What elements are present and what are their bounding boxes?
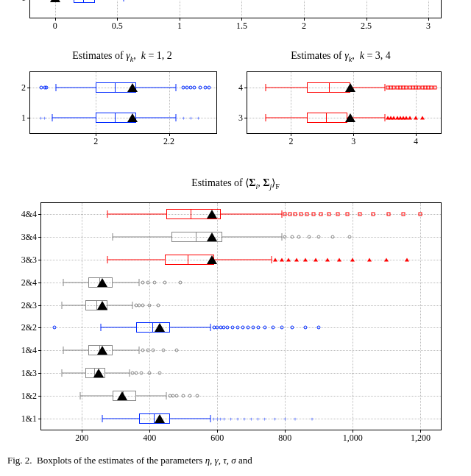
outlier-point	[146, 280, 149, 284]
outlier-point	[141, 303, 145, 307]
outlier-point	[312, 213, 316, 216]
outlier-point	[294, 213, 297, 216]
true-value-marker	[207, 232, 217, 241]
outlier-point	[236, 326, 239, 330]
y-category-label: 3&3	[21, 255, 37, 266]
outlier-point	[156, 303, 160, 307]
y-category-label: 1&2	[21, 390, 37, 401]
figure-caption: Fig. 2. Boxplots of the estimates of the…	[7, 455, 464, 466]
outlier-point	[325, 258, 330, 262]
true-value-marker	[207, 255, 217, 264]
x-tick: 2.2	[151, 136, 188, 147]
outlier-point	[280, 258, 284, 262]
y-category-label: 3	[238, 113, 243, 124]
outlier-point	[290, 235, 294, 239]
outlier-point	[300, 213, 303, 216]
outlier-point	[314, 258, 318, 262]
outlier-point	[420, 116, 425, 120]
outlier-point	[280, 326, 283, 330]
x-tick: 200	[63, 433, 100, 444]
outlier-point	[246, 326, 249, 330]
outlier-point	[283, 213, 287, 216]
outlier-point	[158, 372, 162, 375]
outlier-point: +	[229, 416, 233, 420]
x-tick: 2	[77, 136, 114, 147]
outlier-point	[198, 85, 202, 89]
outlier-point	[319, 213, 322, 216]
outlier-point	[358, 213, 361, 216]
outlier-point: +	[43, 116, 46, 120]
x-tick: 800	[266, 433, 303, 444]
outlier-point	[405, 258, 409, 262]
outlier-point	[161, 349, 165, 352]
true-value-marker	[97, 278, 107, 287]
true-value-marker	[345, 83, 355, 92]
y-category-label: 2&2	[21, 322, 37, 333]
outlier-point	[305, 213, 309, 216]
true-value-marker	[97, 301, 107, 310]
outlier-point: +	[189, 116, 193, 120]
true-value-marker	[155, 414, 165, 423]
x-tick: 0.5	[99, 21, 135, 32]
outlier-point	[182, 394, 185, 397]
outlier-point	[367, 258, 372, 262]
outlier-point	[139, 372, 143, 375]
outlier-point	[294, 258, 299, 262]
outlier-point	[151, 349, 155, 352]
outlier-point	[408, 116, 412, 120]
outlier-point	[307, 235, 311, 239]
outlier-point: +	[236, 416, 239, 420]
outlier-point: +	[263, 416, 266, 420]
outlier-point	[148, 303, 152, 307]
outlier-point	[141, 349, 145, 352]
boxplot-sigma-inner: 2004006008001,0001,2001&1++++++++++++++1…	[40, 202, 442, 430]
outlier-point	[148, 372, 152, 375]
true-value-marker	[117, 391, 127, 400]
true-value-marker	[155, 323, 165, 332]
y-category-label: 2	[21, 82, 26, 93]
outlier-point	[433, 85, 436, 89]
outlier-point	[141, 280, 145, 284]
outlier-point	[251, 326, 255, 330]
y-category-label: 1	[21, 0, 26, 4]
outlier-point	[256, 326, 260, 330]
outlier-point: +	[294, 416, 297, 420]
title-gamma12: Estimates of γk, k = 1, 2	[19, 50, 225, 63]
outlier-point	[283, 235, 287, 239]
outlier-point: +	[273, 416, 277, 420]
outlier-point	[188, 394, 192, 397]
boxplot-gamma-12: 22.21+++++2	[29, 71, 217, 134]
boxplot-top-partial: 00.511.522.531	[29, 0, 442, 18]
true-value-marker	[50, 0, 60, 2]
outlier-point	[288, 213, 292, 216]
x-tick: 1	[161, 21, 198, 32]
true-value-marker	[127, 113, 138, 122]
boxplot-gamma-34: 23434	[247, 71, 442, 134]
outlier-point	[286, 258, 291, 262]
x-tick: 2	[272, 136, 309, 147]
y-category-label: 2&4	[21, 277, 37, 288]
outlier-point	[346, 213, 350, 216]
outlier-point	[386, 213, 390, 216]
outlier-point	[402, 213, 406, 216]
outlier-point	[153, 280, 157, 284]
outlier-point	[208, 85, 211, 89]
y-category-label: 4	[238, 82, 243, 93]
outlier-point	[273, 258, 277, 262]
outlier-point	[419, 213, 422, 216]
true-value-marker	[93, 369, 104, 377]
outlier-point	[327, 213, 331, 216]
x-tick: 4	[397, 136, 434, 147]
outlier-point	[303, 258, 308, 262]
outlier-point	[45, 85, 49, 89]
outlier-point	[193, 85, 196, 89]
y-category-label: 3&4	[21, 232, 37, 243]
outlier-point	[134, 372, 138, 375]
outlier-point	[371, 213, 375, 216]
box	[74, 0, 95, 3]
x-tick: 3	[410, 21, 447, 32]
outlier-point: +	[243, 416, 247, 420]
true-value-marker	[207, 210, 217, 219]
outlier-point	[317, 235, 321, 239]
outlier-point	[195, 394, 199, 397]
